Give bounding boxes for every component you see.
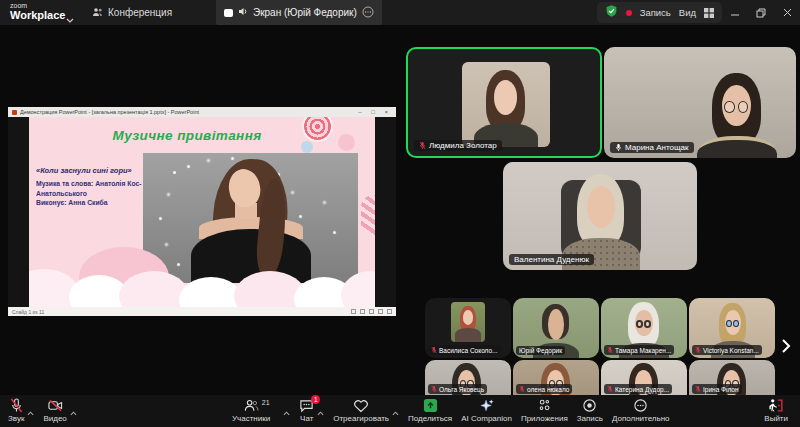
camera-off-icon <box>48 398 63 413</box>
share-label: Поделиться <box>408 414 452 423</box>
video-tile[interactable]: Victoriya Konstan... <box>689 298 775 358</box>
powerpoint-titlebar: Демонстрация PowerPoint - [загальна през… <box>8 107 396 117</box>
name-label: Людмила Золотар <box>414 140 502 151</box>
react-button[interactable]: Отреагировать <box>333 398 389 423</box>
video-tile[interactable]: Ірина Філон <box>689 360 775 395</box>
clouds-decoration <box>29 247 375 307</box>
name-label: Юрій Федорик <box>516 346 565 355</box>
participants-count: 21 <box>262 399 270 406</box>
name-label: Ольга Яковець <box>428 384 487 394</box>
name-label: Ірина Філон <box>692 384 742 394</box>
tab-meeting-label: Конференция <box>108 7 172 18</box>
minimize-button[interactable] <box>722 0 748 25</box>
mic-muted-icon <box>695 346 701 354</box>
zoom-meeting-window: zoom Workplace Конференция Экран (Юрій Ф… <box>0 0 800 427</box>
security-shield-icon[interactable] <box>605 4 618 22</box>
share-screen-button[interactable]: Поделиться <box>408 398 452 423</box>
mic-muted-icon <box>10 398 23 413</box>
song-title: «Коли заснули сині гори» <box>36 166 148 175</box>
ai-companion-icon <box>479 398 495 413</box>
participants-chevron-icon[interactable] <box>283 402 290 420</box>
video-tile[interactable]: Василиса Соколо... <box>425 298 511 358</box>
video-tile-active-speaker[interactable]: Людмила Золотар <box>406 47 602 158</box>
slide-number-text: Слайд 1 из 11 <box>12 309 347 315</box>
more-options-icon[interactable] <box>362 6 374 20</box>
meeting-toolbar: Звук Видео 21 <box>0 395 800 427</box>
audio-button[interactable]: Звук <box>8 398 24 423</box>
mic-muted-icon <box>431 385 437 393</box>
tab-screen-share[interactable]: Экран (Юрій Федорик) <box>216 0 382 25</box>
leave-button[interactable]: Выйти <box>764 398 788 423</box>
people-icon <box>92 7 103 19</box>
powerpoint-icon <box>12 110 17 115</box>
chat-button[interactable]: 1 Чат <box>299 398 314 423</box>
logo-zoom-text: zoom <box>10 2 65 9</box>
credit-line: Анатольського <box>36 189 148 199</box>
mic-muted-icon <box>519 385 525 393</box>
more-icon <box>633 398 648 413</box>
powerpoint-window-controls[interactable]: – □ × <box>358 109 392 115</box>
leave-icon <box>768 398 784 413</box>
audio-options-chevron-icon[interactable] <box>27 402 34 420</box>
name-label: Тамара Макарен... <box>604 345 674 355</box>
name-label: Катерина Дудор... <box>604 384 672 394</box>
record-button[interactable]: Запись <box>577 398 603 423</box>
apps-icon <box>537 398 552 413</box>
avatar <box>451 302 485 342</box>
avatar <box>462 62 550 147</box>
name-label: олена нюкало <box>516 384 572 394</box>
ai-companion-button[interactable]: AI Companion <box>461 398 512 423</box>
video-tile[interactable]: Юрій Федорик <box>513 298 599 358</box>
heart-icon <box>353 398 369 413</box>
powerpoint-title-text: Демонстрация PowerPoint - [загальна през… <box>20 109 355 115</box>
name-label: Василиса Соколо... <box>428 345 501 355</box>
video-tile[interactable]: Марина Антощак <box>604 47 796 158</box>
slideshow-tool-icon[interactable] <box>387 309 392 314</box>
recording-dot-icon <box>626 10 632 16</box>
tab-meeting[interactable]: Конференция <box>86 0 178 25</box>
audio-label: Звук <box>8 414 24 423</box>
react-chevron-icon[interactable] <box>392 402 399 420</box>
mic-muted-icon <box>607 346 613 354</box>
react-label: Отреагировать <box>333 414 389 423</box>
window-controls <box>722 0 800 25</box>
powerpoint-statusbar: Слайд 1 из 11 <box>8 307 396 316</box>
video-tile[interactable]: Катерина Дудор... <box>601 360 687 395</box>
mic-muted-icon <box>607 385 613 393</box>
video-tile[interactable]: олена нюкало <box>513 360 599 395</box>
credit-line: Музика та слова: Анатолія Кос- <box>36 179 148 189</box>
mic-muted-icon <box>419 141 426 150</box>
slide-title: Музичне привітання <box>29 128 345 143</box>
view-grid-icon[interactable] <box>704 4 714 22</box>
share-screen-icon <box>423 398 438 413</box>
participants-button[interactable]: 21 Участники <box>232 398 270 423</box>
slide-credits: «Коли заснули сині гори» Музика та слова… <box>36 166 148 208</box>
chevron-down-icon[interactable] <box>66 9 74 27</box>
slideshow-tool-icon[interactable] <box>360 309 365 314</box>
video-tile[interactable]: Ольга Яковець <box>425 360 511 395</box>
slideshow-tool-icon[interactable] <box>351 309 356 314</box>
slide: Музичне привітання «Коли заснули сині го… <box>29 117 375 307</box>
view-label[interactable]: Вид <box>679 7 696 18</box>
video-tile[interactable]: Тамара Макарен... <box>601 298 687 358</box>
shared-screen-powerpoint-window: Демонстрация PowerPoint - [загальна през… <box>8 107 396 316</box>
name-label: Валентина Дуденюк <box>509 254 594 265</box>
next-participants-page-button[interactable] <box>777 335 795 357</box>
close-button[interactable] <box>774 0 800 25</box>
restore-button[interactable] <box>748 0 774 25</box>
chat-chevron-icon[interactable] <box>317 402 324 420</box>
mic-on-icon <box>615 143 622 152</box>
mic-muted-icon <box>695 385 701 393</box>
screen-icon <box>224 9 233 17</box>
video-button[interactable]: Видео <box>43 398 66 423</box>
more-button[interactable]: Дополнительно <box>612 398 670 423</box>
ai-companion-label: AI Companion <box>461 414 512 423</box>
video-tile[interactable]: Валентина Дуденюк <box>503 162 697 270</box>
zoom-workplace-logo: zoom Workplace <box>10 2 65 21</box>
apps-button[interactable]: Приложения <box>521 398 568 423</box>
slideshow-tool-icon[interactable] <box>369 309 374 314</box>
logo-workplace-text: Workplace <box>10 10 65 21</box>
slideshow-tool-icon[interactable] <box>378 309 383 314</box>
video-options-chevron-icon[interactable] <box>70 402 77 420</box>
participants-icon: 21 <box>244 398 259 413</box>
